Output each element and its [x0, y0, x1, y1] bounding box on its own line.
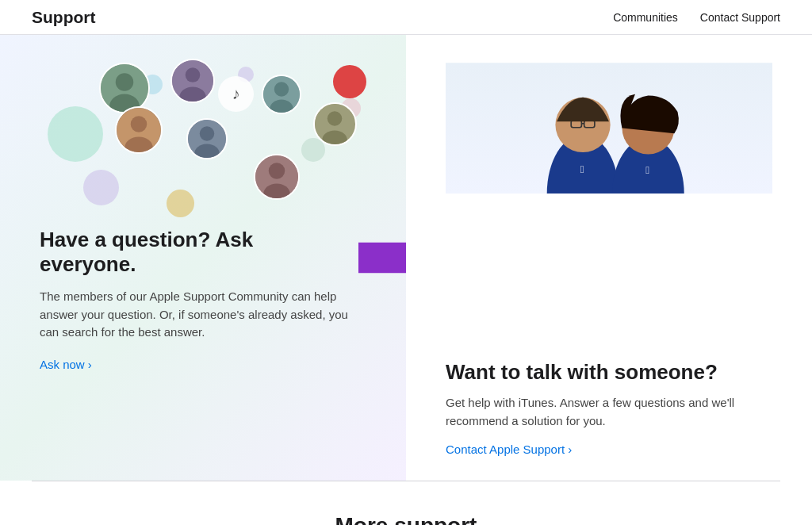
svg-point-16 — [274, 82, 289, 96]
avatar-3 — [115, 106, 163, 154]
music-note-bubble: ♪ — [218, 76, 254, 112]
site-header: Support Communities Contact Support — [0, 0, 812, 35]
svg-point-1 — [116, 73, 134, 91]
contact-heading: Want to talk with someone? — [446, 360, 772, 385]
svg-text::  — [580, 163, 584, 175]
svg-point-19 — [327, 111, 343, 126]
nav-contact-support[interactable]: Contact Support — [700, 11, 780, 24]
svg-point-7 — [131, 116, 147, 132]
community-heading: Have a question? Ask everyone. — [40, 228, 366, 277]
site-logo: Support — [32, 8, 95, 27]
ask-now-link[interactable]: Ask now › — [40, 358, 92, 371]
flower-bubble — [333, 65, 366, 98]
community-panel: ♪ Have a question? Ask everyone. The mem… — [0, 35, 406, 481]
avatar-2 — [170, 59, 215, 103]
contact-body: Get help with iTunes. Answer a few quest… — [446, 394, 747, 430]
svg-point-10 — [200, 126, 214, 140]
deco-circle-1 — [48, 106, 103, 162]
main-content: ♪ Have a question? Ask everyone. The mem… — [0, 35, 812, 481]
avatar-7 — [313, 102, 357, 146]
contact-apple-link[interactable]: Contact Apple Support › — [446, 443, 572, 456]
avatar-5 — [254, 154, 300, 200]
svg-point-13 — [269, 163, 285, 178]
more-support-heading: More support — [16, 513, 796, 525]
avatar-4 — [186, 118, 228, 159]
community-body: The members of our Apple Support Communi… — [40, 288, 357, 342]
people-illustration:   — [446, 35, 772, 194]
deco-circle-2 — [83, 170, 119, 205]
contact-content: Want to talk with someone? Get help with… — [446, 194, 772, 457]
avatar-6 — [262, 75, 301, 114]
more-support-section: More support Music Support › — [0, 481, 812, 525]
nav-communities[interactable]: Communities — [613, 11, 678, 24]
deco-circle-3 — [167, 190, 194, 217]
svg-point-4 — [186, 67, 201, 82]
avatar-cluster: ♪ — [40, 59, 366, 213]
header-nav: Communities Contact Support — [613, 11, 780, 24]
contact-panel:   Want to talk with someone? Get help … — [406, 35, 812, 481]
svg-text::  — [645, 164, 649, 176]
